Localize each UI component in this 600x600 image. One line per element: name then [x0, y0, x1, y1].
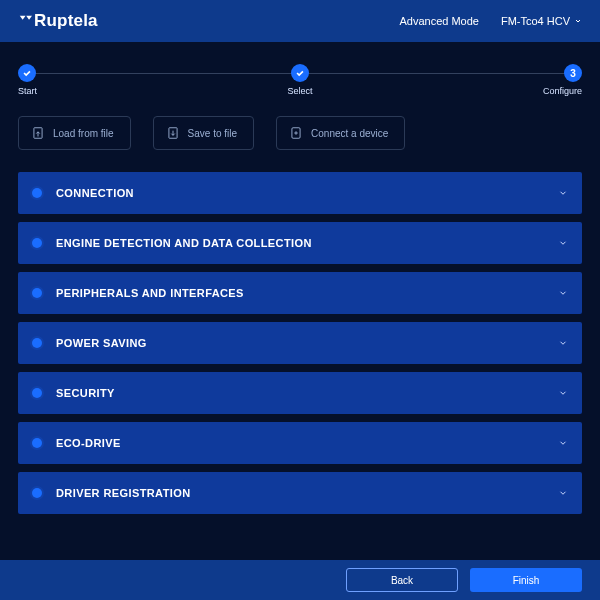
- section-title: ENGINE DETECTION AND DATA COLLECTION: [56, 237, 558, 249]
- chevron-down-icon: [558, 488, 568, 498]
- file-actions-row: Load from file Save to file Connect a de…: [18, 116, 582, 150]
- chevron-down-icon: [558, 238, 568, 248]
- step-configure-number: 3: [570, 68, 576, 79]
- finish-button[interactable]: Finish: [470, 568, 582, 592]
- step-configure-dot: 3: [564, 64, 582, 82]
- brand-logo: Ruptela: [18, 11, 98, 31]
- status-dot-icon: [32, 488, 42, 498]
- section-title: ECO-DRIVE: [56, 437, 558, 449]
- file-download-icon: [166, 126, 180, 140]
- connect-device-button[interactable]: Connect a device: [276, 116, 405, 150]
- step-select[interactable]: Select: [277, 64, 323, 96]
- status-dot-icon: [32, 388, 42, 398]
- section-title: PERIPHERALS AND INTERFACES: [56, 287, 558, 299]
- device-model-select[interactable]: FM-Tco4 HCV: [501, 15, 582, 27]
- file-upload-icon: [31, 126, 45, 140]
- save-to-file-button[interactable]: Save to file: [153, 116, 254, 150]
- chevron-down-icon: [558, 188, 568, 198]
- load-button-label: Load from file: [53, 128, 114, 139]
- section-connection[interactable]: CONNECTION: [18, 172, 582, 214]
- status-dot-icon: [32, 438, 42, 448]
- back-button[interactable]: Back: [346, 568, 458, 592]
- status-dot-icon: [32, 238, 42, 248]
- chevron-down-icon: [558, 288, 568, 298]
- logo-mark-icon: [18, 14, 32, 28]
- step-configure[interactable]: 3 Configure: [536, 64, 582, 96]
- config-sections: CONNECTION ENGINE DETECTION AND DATA COL…: [18, 172, 582, 514]
- step-start-label: Start: [18, 86, 37, 96]
- device-model-label: FM-Tco4 HCV: [501, 15, 570, 27]
- chevron-down-icon: [558, 338, 568, 348]
- section-peripherals[interactable]: PERIPHERALS AND INTERFACES: [18, 272, 582, 314]
- section-power-saving[interactable]: POWER SAVING: [18, 322, 582, 364]
- section-title: SECURITY: [56, 387, 558, 399]
- logo-text: Ruptela: [34, 11, 98, 31]
- section-title: POWER SAVING: [56, 337, 558, 349]
- save-button-label: Save to file: [188, 128, 237, 139]
- section-title: DRIVER REGISTRATION: [56, 487, 558, 499]
- step-start[interactable]: Start: [18, 64, 64, 96]
- check-icon: [22, 68, 32, 78]
- status-dot-icon: [32, 188, 42, 198]
- progress-stepper: Start Select 3 Configure: [18, 64, 582, 96]
- status-dot-icon: [32, 338, 42, 348]
- connect-button-label: Connect a device: [311, 128, 388, 139]
- section-engine-detection[interactable]: ENGINE DETECTION AND DATA COLLECTION: [18, 222, 582, 264]
- section-driver-registration[interactable]: DRIVER REGISTRATION: [18, 472, 582, 514]
- footer-bar: Back Finish: [0, 560, 600, 600]
- step-select-dot: [291, 64, 309, 82]
- chevron-down-icon: [558, 438, 568, 448]
- device-add-icon: [289, 126, 303, 140]
- step-start-dot: [18, 64, 36, 82]
- section-title: CONNECTION: [56, 187, 558, 199]
- chevron-down-icon: [574, 17, 582, 25]
- status-dot-icon: [32, 288, 42, 298]
- app-root: Ruptela Advanced Mode FM-Tco4 HCV Start …: [0, 0, 600, 600]
- section-security[interactable]: SECURITY: [18, 372, 582, 414]
- section-eco-drive[interactable]: ECO-DRIVE: [18, 422, 582, 464]
- step-select-label: Select: [287, 86, 312, 96]
- chevron-down-icon: [558, 388, 568, 398]
- app-header: Ruptela Advanced Mode FM-Tco4 HCV: [0, 0, 600, 42]
- main-body: Start Select 3 Configure Load from fi: [0, 42, 600, 560]
- step-configure-label: Configure: [543, 86, 582, 96]
- load-from-file-button[interactable]: Load from file: [18, 116, 131, 150]
- check-icon: [295, 68, 305, 78]
- advanced-mode-link[interactable]: Advanced Mode: [399, 15, 479, 27]
